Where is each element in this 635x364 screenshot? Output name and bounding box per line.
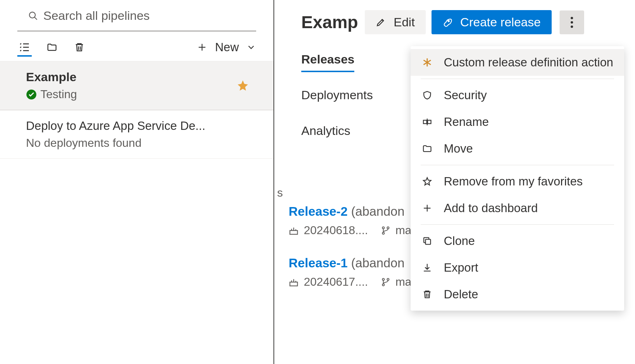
folder-icon xyxy=(421,144,434,154)
new-button-label: New xyxy=(215,40,239,54)
svg-rect-23 xyxy=(424,120,427,123)
menu-label: Delete xyxy=(444,288,478,301)
build-icon xyxy=(289,225,299,236)
plus-icon xyxy=(197,42,207,52)
pipeline-subtext: No deployments found xyxy=(26,136,256,150)
pipeline-item-example[interactable]: Example Testing xyxy=(0,61,273,110)
menu-security[interactable]: Security xyxy=(411,82,624,109)
release-status: (abandon xyxy=(351,256,404,270)
release-detail-panel: Exampl Edit Create release Releases Depl… xyxy=(274,0,635,364)
search-bar xyxy=(17,6,256,31)
create-release-button[interactable]: Create release xyxy=(432,10,552,34)
pipeline-title: Deploy to Azure App Service De... xyxy=(26,119,256,133)
release-status: (abandon xyxy=(351,204,404,218)
menu-move[interactable]: Move xyxy=(411,135,624,162)
edit-button[interactable]: Edit xyxy=(365,10,426,34)
build-icon xyxy=(289,277,299,287)
menu-delete[interactable]: Delete xyxy=(411,281,624,308)
menu-divider xyxy=(421,165,614,165)
release-branch: ma xyxy=(395,275,411,289)
svg-point-14 xyxy=(387,227,389,228)
menu-label: Move xyxy=(444,142,473,155)
release-link[interactable]: Release-1 xyxy=(289,256,347,270)
svg-point-17 xyxy=(382,278,384,280)
favorite-star-icon[interactable] xyxy=(237,79,249,92)
branch-icon xyxy=(381,226,390,235)
filter-toolbar: New xyxy=(0,31,273,61)
svg-point-0 xyxy=(30,12,35,18)
rename-icon xyxy=(421,117,434,127)
page-title: Exampl xyxy=(301,12,359,32)
svg-point-19 xyxy=(382,284,384,285)
svg-point-11 xyxy=(570,25,573,28)
menu-remove-favorite[interactable]: Remove from my favorites xyxy=(411,168,624,195)
context-menu: Custom release definition action Securit… xyxy=(411,46,624,311)
pipelines-sidebar: New Example Testing Deploy to Azure App … xyxy=(0,0,274,364)
edit-label: Edit xyxy=(394,15,415,29)
menu-label: Security xyxy=(444,88,487,102)
menu-divider xyxy=(421,79,614,79)
menu-divider xyxy=(421,224,614,225)
tab-analytics[interactable]: Analytics xyxy=(301,118,350,144)
header-row: Exampl Edit Create release xyxy=(274,10,635,34)
svg-point-8 xyxy=(448,20,449,22)
star-outline-icon xyxy=(421,176,434,187)
release-branch: ma xyxy=(395,224,411,237)
more-actions-button[interactable] xyxy=(560,10,584,34)
chevron-down-icon xyxy=(246,42,256,52)
release-build: 20240618.... xyxy=(304,224,368,237)
pipeline-item-deploy[interactable]: Deploy to Azure App Service De... No dep… xyxy=(0,110,273,159)
download-icon xyxy=(421,263,434,273)
svg-point-15 xyxy=(382,232,384,234)
pipeline-status: Testing xyxy=(26,88,256,101)
menu-rename[interactable]: Rename xyxy=(411,109,624,135)
svg-point-9 xyxy=(570,17,573,19)
svg-rect-28 xyxy=(425,239,430,244)
release-link[interactable]: Release-2 xyxy=(289,204,347,218)
release-build: 20240617.... xyxy=(304,275,368,289)
shield-icon xyxy=(421,90,434,100)
menu-label: Remove from my favorites xyxy=(444,175,583,188)
svg-point-18 xyxy=(387,278,389,280)
new-pipeline-button[interactable]: New xyxy=(197,40,256,54)
create-release-label: Create release xyxy=(460,15,541,29)
view-list-button[interactable] xyxy=(17,42,32,57)
menu-label: Export xyxy=(444,261,478,275)
search-input[interactable] xyxy=(43,9,256,23)
menu-label: Add to dashboard xyxy=(444,201,538,215)
success-icon xyxy=(26,89,37,100)
menu-label: Clone xyxy=(444,234,475,248)
tab-releases[interactable]: Releases xyxy=(301,47,354,72)
menu-custom-action[interactable]: Custom release definition action xyxy=(411,49,624,76)
search-icon xyxy=(28,11,38,21)
asterisk-icon xyxy=(421,57,434,68)
menu-export[interactable]: Export xyxy=(411,254,624,281)
svg-point-10 xyxy=(570,21,573,23)
tab-deployments[interactable]: Deployments xyxy=(301,82,373,108)
pipeline-title: Example xyxy=(26,70,256,84)
svg-line-1 xyxy=(35,17,37,19)
svg-rect-24 xyxy=(428,120,431,123)
menu-add-dashboard[interactable]: Add to dashboard xyxy=(411,195,624,222)
svg-point-13 xyxy=(382,227,384,228)
svg-rect-12 xyxy=(290,231,298,234)
view-deleted-button[interactable] xyxy=(72,40,87,54)
menu-label: Custom release definition action xyxy=(444,56,613,69)
rocket-icon xyxy=(442,17,452,27)
menu-label: Rename xyxy=(444,115,489,129)
svg-rect-16 xyxy=(290,282,298,286)
trash-icon xyxy=(421,289,434,299)
view-folder-button[interactable] xyxy=(45,40,59,54)
pipeline-status-text: Testing xyxy=(40,88,77,101)
branch-icon xyxy=(381,277,390,287)
copy-icon xyxy=(421,236,434,246)
truncated-text: s xyxy=(277,186,283,199)
plus-icon xyxy=(421,203,434,213)
menu-clone[interactable]: Clone xyxy=(411,228,624,254)
pencil-icon xyxy=(376,17,386,27)
